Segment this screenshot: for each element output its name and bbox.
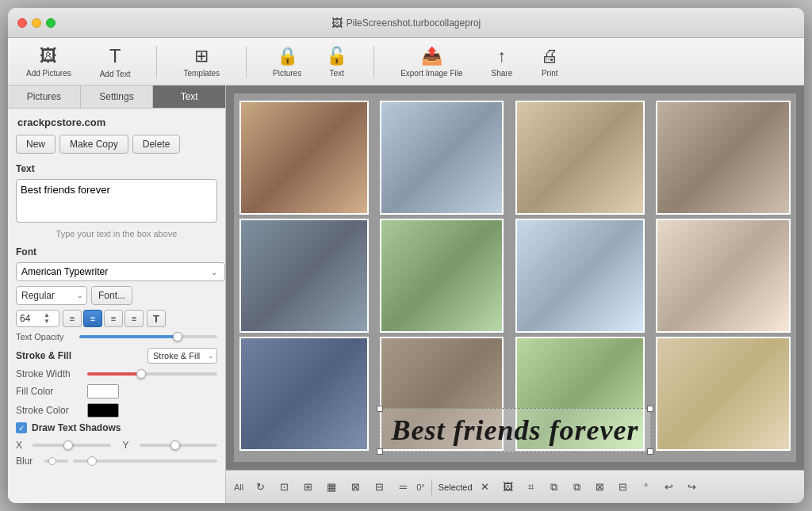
grid-button[interactable]: ⊞	[297, 477, 318, 498]
font-style-select[interactable]: Regular Bold Italic	[16, 286, 87, 305]
tab-pictures[interactable]: Pictures	[8, 86, 81, 108]
rotate-button[interactable]: ↻	[250, 477, 270, 498]
make-copy-button[interactable]: Make Copy	[59, 135, 128, 154]
align-left-button[interactable]: ≡	[63, 310, 82, 327]
blur-long-slider[interactable]	[73, 460, 217, 463]
x-slider[interactable]	[33, 444, 111, 447]
delete-button[interactable]: Delete	[132, 135, 181, 154]
handle-br[interactable]	[647, 448, 653, 455]
fill-button[interactable]: ⊟	[369, 477, 389, 498]
handle-bl[interactable]	[377, 448, 383, 455]
pictures-icon: 🔒	[277, 46, 298, 67]
maximize-button[interactable]	[46, 18, 56, 28]
photo-2[interactable]	[380, 101, 504, 215]
y-slider[interactable]	[140, 444, 218, 447]
selected-crop-button[interactable]: ⌗	[521, 477, 542, 498]
text-style-button[interactable]: T	[147, 310, 166, 327]
text-input[interactable]: Best friends forever	[16, 179, 217, 223]
align-center-button[interactable]: ≡	[83, 310, 102, 327]
photo-grid	[234, 93, 796, 462]
align-h-button[interactable]: ═	[393, 477, 413, 498]
stroke-color-swatch[interactable]	[87, 403, 119, 418]
selected-x-button[interactable]: ✕	[475, 477, 496, 498]
photo-1[interactable]	[239, 101, 369, 215]
share-button[interactable]: ↑ Share	[485, 42, 519, 82]
handle-tl[interactable]	[377, 406, 383, 412]
photo-7[interactable]	[515, 219, 645, 333]
blur-small-slider[interactable]	[44, 460, 68, 463]
expand-button[interactable]: ⊡	[274, 477, 294, 498]
blur-long-thumb	[87, 456, 97, 466]
export-button[interactable]: 📤 Export Image File	[394, 42, 469, 82]
toolbar-sep-1	[156, 46, 157, 78]
fill-color-label: Fill Color	[16, 386, 87, 397]
selected-label: Selected	[439, 482, 473, 492]
pictures-toggle-button[interactable]: 🔒 Pictures	[266, 42, 308, 82]
sidebar: Pictures Settings Text crackpcstore.com …	[8, 86, 226, 503]
align-right-button[interactable]: ≡	[104, 310, 123, 327]
collage-container: Best friends forever	[234, 93, 796, 462]
photo-9[interactable]	[239, 337, 369, 451]
opacity-slider[interactable]	[79, 335, 217, 338]
templates-label: Templates	[183, 69, 220, 78]
canvas-area: Best friends forever All ↻ ⊡ ⊞ ▦ ⊠ ⊟ ═ 0…	[226, 86, 804, 503]
font-section-label: Font	[16, 246, 217, 257]
close-button[interactable]	[17, 18, 27, 28]
size-row: ▲ ▼ ≡ ≡ ≡ ≡ T	[16, 310, 217, 327]
handle-tr[interactable]	[647, 406, 653, 412]
font-dialog-button[interactable]: Font...	[91, 286, 132, 305]
font-name-select[interactable]: American Typewriter	[16, 262, 225, 281]
stroke-fill-header: Stroke & Fill Stroke & Fill ⌄	[16, 348, 217, 364]
toolbar-sep-2	[246, 46, 247, 78]
selected-undo-button[interactable]: ↩	[659, 477, 680, 498]
minimize-button[interactable]	[32, 18, 41, 28]
photo-3[interactable]	[515, 101, 645, 215]
shadows-row: ✓ Draw Text Shadows	[16, 422, 217, 433]
text-overlay: Best friends forever	[392, 414, 639, 446]
selected-fill2-button[interactable]: ⊟	[613, 477, 634, 498]
fill-color-row: Fill Color	[16, 384, 217, 399]
photo-5[interactable]	[239, 219, 369, 333]
selected-flip-button[interactable]: ⧉	[567, 477, 588, 498]
size-arrows[interactable]: ▲ ▼	[44, 312, 50, 325]
grid2-button[interactable]: ▦	[321, 477, 342, 498]
x-label: X	[16, 440, 28, 451]
align-justify-button[interactable]: ≡	[124, 310, 144, 327]
text-overlay-container[interactable]: Best friends forever	[379, 408, 652, 452]
fill-color-swatch[interactable]	[87, 384, 119, 399]
shadows-label: Draw Text Shadows	[32, 422, 121, 433]
text-toggle-button[interactable]: 🔓 Text	[320, 42, 354, 82]
style-select-wrap: Regular Bold Italic ⌄	[16, 286, 87, 305]
main-area: Pictures Settings Text crackpcstore.com …	[8, 86, 804, 503]
stroke-width-row: Stroke Width	[16, 368, 217, 379]
add-pictures-icon: 🖼	[40, 46, 57, 67]
photo-6[interactable]	[380, 219, 504, 333]
blur-thumb	[48, 457, 56, 465]
export-label: Export Image File	[400, 69, 462, 78]
add-pictures-button[interactable]: 🖼 Add Pictures	[20, 42, 78, 82]
photo-4[interactable]	[656, 101, 791, 215]
photo-12[interactable]	[656, 337, 791, 451]
blur-label: Blur	[16, 456, 40, 467]
selected-copy-button[interactable]: ⧉	[544, 477, 565, 498]
font-size-input[interactable]	[20, 313, 44, 324]
photo-8[interactable]	[656, 219, 791, 333]
stroke-slider-thumb	[136, 369, 146, 379]
selected-fit2-button[interactable]: ⊠	[590, 477, 611, 498]
fit-button[interactable]: ⊠	[345, 477, 366, 498]
tab-text[interactable]: Text	[153, 86, 225, 108]
templates-button[interactable]: ⊞ Templates	[177, 42, 226, 82]
tab-settings[interactable]: Settings	[81, 86, 154, 108]
rotation-value: 0°	[416, 482, 425, 492]
y-slider-item: Y	[123, 440, 218, 451]
print-button[interactable]: 🖨 Print	[534, 42, 565, 82]
selected-img-button[interactable]: 🖼	[498, 477, 519, 498]
stroke-fill-select[interactable]: Stroke & Fill	[147, 348, 217, 364]
selected-angle-button[interactable]: °	[636, 477, 657, 498]
templates-icon: ⊞	[194, 46, 209, 67]
shadows-checkbox[interactable]: ✓	[16, 422, 27, 433]
add-text-button[interactable]: T Add Text	[94, 41, 137, 82]
stroke-width-slider[interactable]	[87, 372, 217, 376]
new-button[interactable]: New	[16, 135, 56, 154]
selected-redo-button[interactable]: ↪	[682, 477, 703, 498]
